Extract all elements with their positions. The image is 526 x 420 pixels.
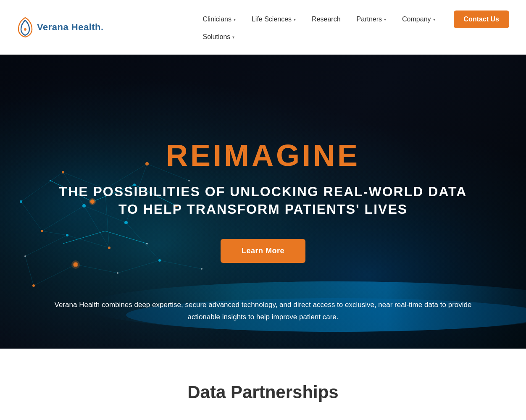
nav-label-partners: Partners <box>357 16 382 23</box>
logo-icon <box>17 17 34 38</box>
nav-label-life-sciences: Life Sciences <box>252 16 292 23</box>
learn-more-button[interactable]: Learn More <box>221 239 305 263</box>
nav-area: Clinicians ▾ Life Sciences ▾ Research Pa… <box>197 0 509 55</box>
svg-point-39 <box>20 200 22 203</box>
nav-item-clinicians[interactable]: Clinicians ▾ <box>197 12 241 26</box>
logo-area: Verana Health. <box>17 17 104 38</box>
svg-point-49 <box>201 268 203 270</box>
svg-point-0 <box>24 28 26 31</box>
chevron-down-icon-life-sciences: ▾ <box>294 17 296 22</box>
data-partnerships-section: Data Partnerships <box>0 349 526 420</box>
nav-label-company: Company <box>402 16 431 23</box>
nav-item-life-sciences[interactable]: Life Sciences ▾ <box>246 12 302 26</box>
nav-label-clinicians: Clinicians <box>203 16 231 23</box>
nav-row-top: Clinicians ▾ Life Sciences ▾ Research Pa… <box>197 10 509 28</box>
hero-subtitle: THE POSSIBILITIES OF UNLOCKING REAL-WORL… <box>57 183 469 218</box>
nav-label-solutions: Solutions <box>203 33 230 41</box>
nav-item-research[interactable]: Research <box>306 12 346 26</box>
nav-item-partners[interactable]: Partners ▾ <box>351 12 392 26</box>
svg-point-36 <box>32 284 35 287</box>
chevron-down-icon-clinicians: ▾ <box>234 17 236 22</box>
nav-label-research: Research <box>312 16 340 23</box>
hero-content: REIMAGINE THE POSSIBILITIES OF UNLOCKING… <box>32 140 494 263</box>
nav-item-company[interactable]: Company ▾ <box>396 12 441 26</box>
chevron-down-icon-partners: ▾ <box>384 17 386 22</box>
hero-description-area: Verana Health combines deep expertise, s… <box>0 299 526 323</box>
logo-text: Verana Health. <box>37 22 104 33</box>
hero-section: REIMAGINE THE POSSIBILITIES OF UNLOCKING… <box>0 55 526 349</box>
chevron-down-icon-company: ▾ <box>433 17 435 22</box>
svg-point-48 <box>117 272 118 274</box>
hero-description-text: Verana Health combines deep expertise, s… <box>50 299 476 323</box>
contact-us-button[interactable]: Contact Us <box>454 10 509 28</box>
nav-row-bottom: Solutions ▾ <box>197 30 240 44</box>
chevron-down-icon-solutions: ▾ <box>232 35 234 39</box>
header: Verana Health. Clinicians ▾ Life Science… <box>0 0 526 55</box>
data-partnerships-title: Data Partnerships <box>17 382 509 402</box>
hero-title: REIMAGINE <box>57 140 469 171</box>
nav-item-solutions[interactable]: Solutions ▾ <box>197 30 240 44</box>
svg-point-50 <box>24 255 26 257</box>
